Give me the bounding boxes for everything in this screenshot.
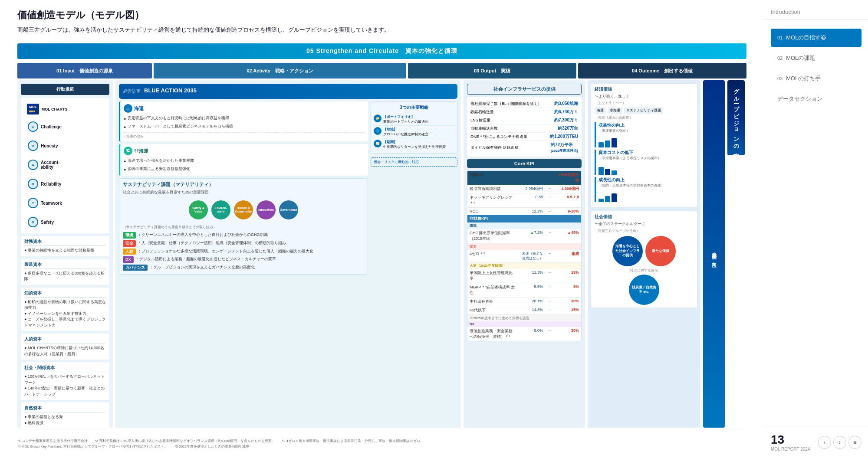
kpi-row-under40: 40代以下 14.8% → 15% bbox=[467, 306, 581, 315]
page-title: 価値創造モデル（モデル図） bbox=[17, 9, 144, 22]
three-strategies: 3つの主要戦略 📁 【ポートフォリオ】 事業ポートフォリオの最適化 🌐 【地 bbox=[371, 101, 457, 154]
nav-arrows: ‹ › ≡ bbox=[818, 436, 861, 449]
menu-button[interactable]: ≡ bbox=[848, 436, 861, 449]
risk-response: 機会・リスクに機動的に対応 bbox=[371, 157, 457, 167]
strategy-global: 🌐 【地域】 グローバルな推進体制の確立 bbox=[374, 126, 454, 138]
outcome-column: 経済価値 〜より強く、逸しく （主なドライバー） 海運 非海運 サステナビリティ… bbox=[588, 80, 700, 428]
prev-arrow[interactable]: ‹ bbox=[818, 436, 831, 449]
service-row-4: 自動車輸送台数 約320万台 bbox=[470, 124, 578, 133]
kpi-safety-label: 安全 bbox=[467, 243, 581, 250]
core-kpi-title: Core KPI bbox=[467, 159, 582, 168]
service-row-1: 当社航海完了数（BL：国際航海を除く） 約3,050航海 bbox=[470, 100, 578, 108]
profitability: 収益性の向上 （海運事業の強化） bbox=[595, 122, 694, 147]
sidebar: Introduction 01 MOLの目指す姿 02 MOLの課題 03 MO… bbox=[764, 0, 868, 458]
behavior-reliability: R Reliability bbox=[23, 177, 107, 191]
service-data: 当社航海完了数（BL：国際航海を除く） 約3,050航海 鉄鉱石輸送量 約6,7… bbox=[467, 97, 582, 157]
page-subtitle: 商船三井グループは、強みを活かしたサステナビリティ経営を通じて持続的な価値創造プ… bbox=[17, 26, 390, 34]
kpi-row-profit: 税引前当期純利益 2,954億円 → 4,000億円 bbox=[467, 185, 581, 193]
sidebar-item-data[interactable]: データセクション bbox=[771, 90, 861, 108]
group-vision-label: グループビジョンの実現 bbox=[727, 80, 745, 155]
kpi-row-gearing: ネットギアリングレシオ＊² 0.88 → 0.9-1.0 bbox=[467, 193, 581, 208]
sustainability-section: サステナビリティ課題（マテリアリティ） 社会と共に持続的な発展を目指すための重要… bbox=[119, 178, 368, 275]
input-column: 行動規範 MOL■■■ MOL CHARTS C Challenge H Hon… bbox=[17, 80, 113, 428]
section-headers: 01 Input 価値創造の源泉 02 Activity 戦略・アクション 03… bbox=[17, 63, 746, 79]
non-shipping-sector: 🏗 非海運 ● 海運で培った強みを活かした事業展開 ● 多岐の事業による安定収益… bbox=[119, 144, 368, 176]
infra-circle: 海運を中心とした社会インフラの提供 bbox=[612, 236, 643, 266]
financial-capital: 財務資本 ● 事業の持続性を支える強固な財務基盤 bbox=[21, 236, 109, 256]
sustainability-icons: Safety &Value Environ-ment Human &Commun… bbox=[123, 198, 364, 222]
blue-action-header: 経営計画 BLUE ACTION 2035 bbox=[119, 84, 457, 99]
sidebar-item-03[interactable]: 03 MOLの打ち手 bbox=[771, 69, 861, 88]
diagram-area: 行動規範 MOL■■■ MOL CHARTS C Challenge H Hon… bbox=[17, 80, 746, 428]
new-value-circle: 新たな価値 bbox=[645, 236, 676, 266]
manufacturing-capital: 製造資本 ● 多様多様なニーズに応える800隻を超える船隊 bbox=[21, 259, 109, 285]
company-value-label: 企業価値の向上 bbox=[703, 80, 725, 428]
service-row-2: 鉄鉱石輸送量 約6,740万ｔ bbox=[470, 108, 578, 116]
environment-icon: Environ-ment bbox=[211, 200, 230, 219]
group-vision-area: グループビジョンの実現 bbox=[727, 80, 746, 428]
mol-logo: MOL■■■ bbox=[27, 104, 39, 114]
kpi-row-female-mgr: 単体陸上上女性管理職比率 11.3% → 15% bbox=[467, 269, 581, 283]
kpi-human-label: 人材（2025年度目標） bbox=[467, 262, 581, 269]
cost-reduction: 資本コストの低下 （非海運事業による市況リスクの緩和） bbox=[595, 150, 694, 175]
governance-icon: Governance bbox=[279, 200, 298, 219]
human-community-icon: Human &Community bbox=[234, 200, 253, 219]
natural-capital: 自然資本 ● 事業の基盤となる海● 燃料資源 bbox=[21, 402, 109, 429]
kpi-env-label: 環境 bbox=[467, 222, 581, 229]
charts-label: MOL CHARTS bbox=[42, 107, 68, 111]
behavior-challenge: C Challenge bbox=[23, 119, 107, 134]
sidebar-nav: 01 MOLの目指す姿 02 MOLの課題 03 MOLの打ち手 データセクショ… bbox=[764, 20, 868, 426]
kpi-row-ghg: GHG排出原単位削減率（2019年比） ▲7.2% → ▲45% bbox=[467, 229, 581, 243]
kpi-row-dx: 価値創造業務・安全業務への転換率（道標）＊⁵ 5.0% → 30% bbox=[467, 327, 581, 341]
kpi-nonfinancial-header: 非財務KPI bbox=[467, 215, 581, 222]
social-capital: 社会・関係資本 ● 100か国以上をカバーするグローバルネットワーク ● 140… bbox=[21, 362, 109, 400]
kpi-row-mgkp-female: MGKP＊⁴在任者構成率 女性 5.5% → 8% bbox=[467, 283, 581, 298]
behavior-teamwork: T Teamwork bbox=[23, 196, 107, 210]
strategy-investment: 📈 【期間】 中長期的なリターンを見据えた先行投資 bbox=[374, 138, 454, 150]
output-column: 社会インフラサービスの提供 当社航海完了数（BL：国際航海を除く） 約3,050… bbox=[464, 80, 585, 428]
behavior-safety: S Safety bbox=[23, 215, 107, 229]
company-value-area: 企業価値の向上 bbox=[703, 80, 725, 428]
sidebar-bottom: 13 MOL REPORT 2024 ‹ › ≡ bbox=[764, 426, 868, 458]
sidebar-item-02[interactable]: 02 MOLの課題 bbox=[771, 49, 861, 67]
kpi-row-non-hq: 本社出身者外 20.1% → 30% bbox=[467, 298, 581, 306]
growth: 成長性の向上 （知的・人的資本等の非財務資本の強化） bbox=[595, 177, 694, 202]
strategies-area: 3つの主要戦略 📁 【ポートフォリオ】 事業ポートフォリオの最適化 🌐 【地 bbox=[371, 101, 457, 424]
section-output: 03 Output 実績 bbox=[408, 63, 576, 79]
section-activity: 02 Activity 戦略・アクション bbox=[154, 63, 406, 79]
activity-column: 経営計画 BLUE ACTION 2035 ⚓ 海運 ● 安定収益の下支えのもと… bbox=[115, 80, 461, 428]
footer-notes: *1 コンテナ船事業運営を担う持分法適用会社 *2 有利子負債はIFRS導入後に… bbox=[17, 438, 424, 450]
kpi-dx-label: DX bbox=[467, 321, 581, 327]
kpi-row-roe: ROE 12.2% → 9-10% bbox=[467, 208, 581, 215]
social-circles: 海運を中心とした社会インフラの提供 新たな価値 bbox=[595, 236, 694, 266]
sidebar-intro: Introduction bbox=[764, 0, 868, 20]
shipping-sector: ⚓ 海運 ● 安定収益の下支えのもと好況時には戦略的に高収益を獲得 ● ファース… bbox=[119, 101, 368, 141]
action-rules: 行動規範 bbox=[21, 84, 109, 95]
footer: *1 コンテナ船事業運営を担う持分法適用会社 *2 有利子負債はIFRS導入後に… bbox=[17, 430, 746, 458]
behavior-accountability: A Account-ability bbox=[23, 157, 107, 172]
top-banner: 05 Strengthen and Circulate 資本の強化と循環 bbox=[17, 43, 746, 59]
human-capital: 人的資本 ● MOL CHARTSの精神に基づいた約14,000名の多様な人材（… bbox=[21, 334, 109, 360]
section-input: 01 Input 価値創造の源泉 bbox=[17, 63, 152, 79]
behavior-honesty: H Honesty bbox=[23, 138, 107, 153]
decarbon-circle: 脱炭素／自然資本 etc. bbox=[629, 275, 659, 305]
kpi-financial-header: 財務KPI 2023年度実績 2035年度目標 bbox=[467, 171, 581, 185]
sustainability-list: 環境：クリーンエネルギーの導入を中心とした自社および社会からのGHG削減 安全：… bbox=[123, 231, 364, 272]
mol-charts-logo: MOL■■■ MOL CHARTS bbox=[23, 102, 107, 116]
sidebar-item-01[interactable]: 01 MOLの目指す姿 bbox=[771, 29, 861, 47]
kpi-row-zero: 4ゼロ＊³ 未達（完全な達成はなし） → 達成 bbox=[467, 250, 581, 262]
service-row-5: ONE＊¹社によるコンテナ輸送量 約1,200万TEU bbox=[470, 133, 578, 141]
service-row-6: ダイビル保有物件 延床面積 約72万平米(2023年度末時点) bbox=[470, 141, 578, 154]
service-row-3: LNG輸送量 約7,300万ｔ bbox=[470, 116, 578, 124]
section-outcome: 04 Outcome 創出する価値 bbox=[578, 63, 746, 79]
innovation-icon: Innovation bbox=[256, 200, 276, 219]
sectors-area: ⚓ 海運 ● 安定収益の下支えのもと好況時には戦略的に高収益を獲得 ● ファース… bbox=[119, 101, 368, 424]
intellectual-capital: 知的資本 ● 船舶の運航や貨物の取り扱いに関する高度な海技力 ● イノベーション… bbox=[21, 288, 109, 331]
page-number: 13 bbox=[771, 433, 810, 447]
activity-main-area: ⚓ 海運 ● 安定収益の下支えのもと好況時には戦略的に高収益を獲得 ● ファース… bbox=[119, 101, 457, 424]
economic-value: 経済価値 〜より強く、逸しく （主なドライバー） 海運 非海運 サステナビリティ… bbox=[591, 84, 697, 207]
service-title: 社会インフラサービスの提供 bbox=[467, 84, 582, 95]
next-arrow[interactable]: › bbox=[833, 436, 846, 449]
safety-value-icon: Safety &Value bbox=[189, 200, 208, 219]
strategy-portfolio: 📁 【ポートフォリオ】 事業ポートフォリオの最適化 bbox=[374, 113, 454, 126]
